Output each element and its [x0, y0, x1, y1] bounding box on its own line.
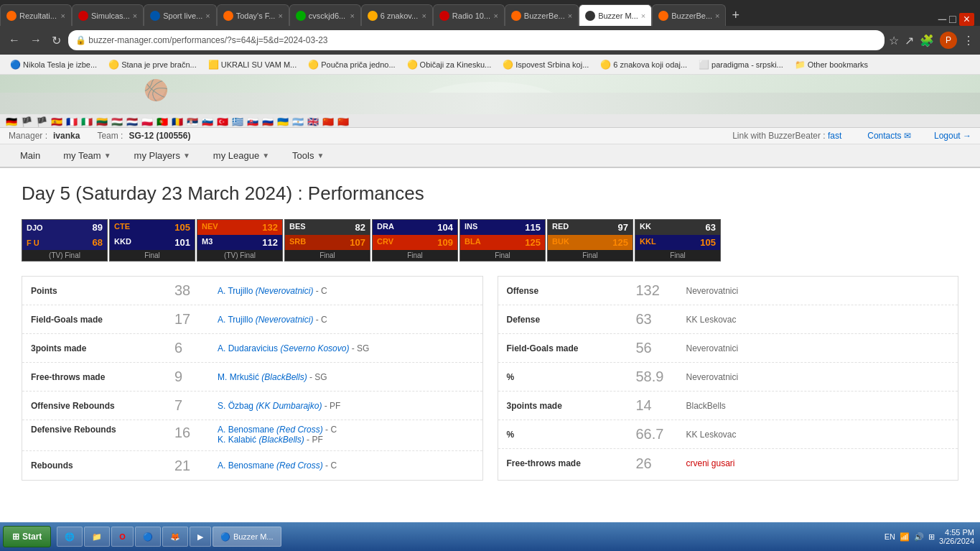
player-link-benosmane-1[interactable]: A. Benosmane (Red Cross)	[218, 425, 323, 435]
flag-es[interactable]: 🇪🇸	[51, 116, 64, 125]
reload-button[interactable]: ↻	[49, 32, 64, 49]
extensions-button[interactable]: 🧩	[920, 34, 934, 47]
flag-tr[interactable]: 🇹🇷	[217, 116, 230, 125]
flag-gb[interactable]: 🇬🇧	[307, 116, 320, 125]
nav-tools[interactable]: Tools ▼	[281, 144, 335, 167]
score-card-kk[interactable]: KK 63 KKL 105 Final	[635, 219, 721, 261]
flag-ar[interactable]: 🇦🇷	[292, 116, 305, 125]
contacts-link[interactable]: Contacts ✉	[867, 131, 911, 141]
tab-1[interactable]: Rezultati... ×	[0, 4, 72, 26]
tab-close-6[interactable]: ×	[421, 11, 426, 20]
tab-close-4[interactable]: ×	[278, 11, 282, 20]
tab-close-1[interactable]: ×	[61, 11, 65, 20]
flag-gr[interactable]: 🇬🇷	[232, 116, 245, 125]
tab-close-8[interactable]: ×	[568, 11, 572, 20]
taskbar-item-ie[interactable]: 🌐	[57, 527, 83, 534]
forward-button[interactable]: →	[27, 32, 45, 48]
flag-3[interactable]: 🏴	[36, 116, 49, 125]
tab-close-5[interactable]: ×	[350, 11, 354, 20]
flag-fr[interactable]: 🇫🇷	[66, 116, 79, 125]
taskbar-item-folder[interactable]: 📁	[84, 527, 110, 534]
flag-hu[interactable]: 🇭🇺	[111, 116, 124, 125]
tab-10[interactable]: BuzzerBe... ×	[652, 4, 726, 26]
bookmark-4[interactable]: 🟡 Poučna priča jedno...	[304, 58, 399, 71]
nav-my-team[interactable]: my Team ▼	[52, 144, 122, 167]
close-button[interactable]: ×	[959, 13, 974, 26]
tab-7[interactable]: Radio 10... ×	[433, 4, 505, 26]
tab-8[interactable]: BuzzerBe... ×	[505, 4, 579, 26]
player-link-kalabic[interactable]: K. Kalabić (BlackBells)	[218, 435, 304, 445]
maximize-button[interactable]: □	[949, 13, 956, 26]
tab-close-3[interactable]: ×	[205, 11, 210, 20]
flag-sk[interactable]: 🇸🇰	[247, 116, 260, 125]
bookmark-8[interactable]: ⬜ paradigma - srpski...	[694, 58, 788, 71]
score-card-ins[interactable]: INS 115 BLA 125 Final	[459, 219, 546, 261]
player-link-benosmane-2[interactable]: A. Benosmane (Red Cross)	[218, 460, 323, 471]
bookmark-star-button[interactable]: ☆	[889, 34, 899, 47]
taskbar-item-chrome[interactable]: 🔵	[135, 527, 161, 534]
tab-close-10[interactable]: ×	[715, 11, 719, 20]
score-card-bes[interactable]: BES 82 SRB 107 Final	[284, 219, 370, 261]
flag-ro[interactable]: 🇷🇴	[172, 116, 185, 125]
share-button[interactable]: ↗	[905, 34, 914, 47]
tab-close-2[interactable]: ×	[133, 11, 137, 20]
new-tab-button[interactable]: +	[726, 4, 745, 26]
flag-2[interactable]: 🏴	[21, 116, 34, 125]
tab-close-7[interactable]: ×	[493, 11, 498, 20]
flag-lt[interactable]: 🇱🇹	[96, 116, 109, 125]
stat-value-ftm-right: 26	[636, 455, 686, 472]
score-card-nev[interactable]: NEV 132 M3 112 (TV) Final	[197, 219, 283, 261]
flag-de[interactable]: 🇩🇪	[6, 116, 19, 125]
score-card-djo[interactable]: DJO 89 F U 68 (TV) Final	[22, 219, 108, 261]
start-button[interactable]: ⊞ Start	[3, 526, 51, 534]
bookmark-7[interactable]: 🟡 6 znakova koji odaj...	[596, 58, 691, 71]
flag-it[interactable]: 🇮🇹	[81, 116, 94, 125]
tab-9[interactable]: Buzzer M... ×	[579, 4, 652, 26]
taskbar-item-firefox[interactable]: 🦊	[162, 527, 188, 534]
score-card-dra[interactable]: DRA 104 CRV 109 Final	[372, 219, 458, 261]
taskbar-item-opera[interactable]: O	[111, 527, 134, 534]
nav-main[interactable]: Main	[9, 144, 52, 167]
tab-2[interactable]: Simulcas... ×	[72, 4, 144, 26]
taskbar-item-buzzer[interactable]: 🔵 Buzzer M...	[213, 527, 281, 534]
flag-pl[interactable]: 🇵🇱	[141, 116, 154, 125]
player-link-trujillo-1[interactable]: A. Trujillo (Neverovatnici)	[218, 286, 313, 296]
nav-my-league[interactable]: my League ▼	[202, 144, 281, 167]
nav-my-players[interactable]: my Players ▼	[123, 144, 202, 167]
flag-pt[interactable]: 🇵🇹	[157, 116, 169, 125]
bookmark-6[interactable]: 🟡 Ispovest Srbina koj...	[498, 58, 593, 71]
player-link-ozbag[interactable]: S. Özbag (KK Dumbarajko)	[218, 401, 322, 411]
tab-3[interactable]: Sport live... ×	[144, 4, 216, 26]
address-bar[interactable]: 🔒 buzzer-manager.com/performances/?s=64&…	[68, 30, 885, 50]
stat-row-3pm: 3points made 6 A. Dudaravicius (Severno …	[22, 334, 482, 363]
score-card-red[interactable]: RED 97 BUK 125 Final	[547, 219, 633, 261]
flag-ua[interactable]: 🇺🇦	[277, 116, 290, 125]
bookmark-5[interactable]: 🟡 Običaji za Kinesku...	[403, 58, 496, 71]
taskbar-item-media[interactable]: ▶	[190, 527, 211, 534]
link-buzzer-value[interactable]: fast	[828, 131, 841, 141]
flag-nl[interactable]: 🇳🇱	[126, 116, 139, 125]
bookmark-2[interactable]: 🟡 Stana je prve bračn...	[104, 58, 201, 71]
bookmark-other[interactable]: 📁 Other bookmarks	[790, 58, 872, 71]
score-card-cte[interactable]: CTE 105 KKD 101 Final	[109, 219, 195, 261]
tab-6[interactable]: 6 znakov... ×	[361, 4, 433, 26]
logout-link[interactable]: Logout →	[934, 131, 971, 141]
flag-cn[interactable]: 🇨🇳	[322, 116, 335, 125]
player-link-mrkusic[interactable]: M. Mrkušić (BlackBells)	[218, 372, 307, 382]
menu-button[interactable]: ⋮	[963, 34, 974, 47]
player-link-dudaravicius[interactable]: A. Dudaravicius (Severno Kosovo)	[218, 343, 349, 353]
flag-cn2[interactable]: 🇨🇳	[337, 116, 350, 125]
player-link-trujillo-2[interactable]: A. Trujillo (Neverovatnici)	[218, 315, 313, 325]
flag-rs[interactable]: 🇷🇸	[187, 116, 200, 125]
tab-4[interactable]: Today's F... ×	[217, 4, 289, 26]
bookmark-1[interactable]: 🔵 Nikola Tesla je izbe...	[6, 58, 101, 71]
page-wrapper[interactable]: 🏀 🇩🇪 🏴 🏴 🇪🇸 🇫🇷 🇮🇹 🇱🇹 🇭🇺 🇳🇱 🇵🇱 🇵🇹 🇷🇴 🇷🇸 🇸…	[0, 75, 980, 534]
profile-button[interactable]: P	[940, 32, 957, 49]
tab-close-9[interactable]: ×	[641, 11, 645, 20]
flag-ru[interactable]: 🇷🇺	[262, 116, 275, 125]
tab-5[interactable]: cvsckjd6... ×	[289, 4, 361, 26]
minimize-button[interactable]: ─	[938, 13, 946, 26]
flag-si[interactable]: 🇸🇮	[202, 116, 215, 125]
back-button[interactable]: ←	[6, 32, 23, 48]
bookmark-3[interactable]: 🟨 UKRALI SU VAM M...	[204, 58, 302, 71]
